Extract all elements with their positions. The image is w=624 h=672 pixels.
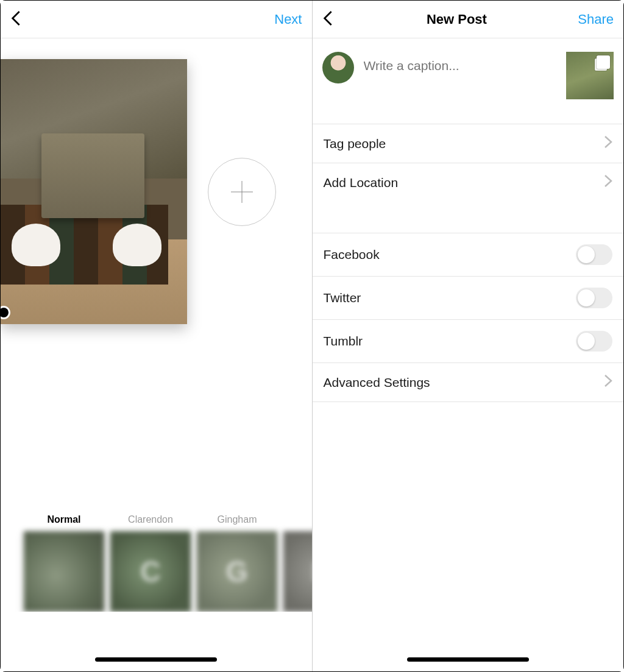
next-button[interactable]: Next bbox=[274, 12, 302, 27]
chevron-right-icon bbox=[604, 174, 612, 191]
row-label: Twitter bbox=[324, 291, 361, 305]
advanced-settings-row[interactable]: Advanced Settings bbox=[313, 363, 624, 402]
home-indicator bbox=[95, 657, 217, 662]
filter-clarendon[interactable]: Clarendon C bbox=[110, 514, 191, 612]
tag-people-row[interactable]: Tag people bbox=[313, 124, 624, 163]
share-button[interactable]: Share bbox=[578, 12, 614, 27]
add-photo-button[interactable] bbox=[208, 158, 276, 226]
filter-thumb: M bbox=[283, 531, 312, 612]
filter-partial[interactable]: M M bbox=[283, 514, 312, 612]
filter-thumb bbox=[24, 531, 104, 612]
multi-photo-icon bbox=[597, 55, 610, 69]
filter-thumb: C bbox=[110, 531, 191, 612]
caption-input[interactable] bbox=[364, 52, 557, 73]
row-label: Facebook bbox=[324, 247, 380, 262]
right-navbar: New Post Share bbox=[313, 1, 624, 38]
filter-gingham[interactable]: Gingham G bbox=[197, 514, 277, 612]
share-twitter-row[interactable]: Twitter bbox=[313, 277, 624, 320]
row-label: Advanced Settings bbox=[324, 375, 430, 390]
filter-thumb: G bbox=[197, 531, 277, 612]
chevron-right-icon bbox=[604, 135, 612, 152]
left-navbar: Next bbox=[1, 1, 312, 38]
row-label: Tag people bbox=[324, 136, 386, 151]
toggle-twitter[interactable] bbox=[576, 288, 612, 308]
row-label: Tumblr bbox=[324, 334, 363, 348]
post-thumbnail[interactable] bbox=[566, 52, 614, 99]
share-facebook-row[interactable]: Facebook bbox=[313, 233, 624, 277]
back-button[interactable] bbox=[322, 10, 336, 29]
plus-icon bbox=[227, 177, 257, 207]
chevron-right-icon bbox=[604, 374, 612, 391]
selected-photo[interactable] bbox=[1, 59, 187, 324]
share-tumblr-row[interactable]: Tumblr bbox=[313, 320, 624, 363]
toggle-tumblr[interactable] bbox=[576, 331, 612, 352]
filter-strip[interactable]: Normal Clarendon C Gingham G M M bbox=[1, 514, 312, 612]
filter-normal[interactable]: Normal bbox=[24, 514, 104, 612]
page-title: New Post bbox=[427, 12, 487, 27]
back-button[interactable] bbox=[10, 10, 24, 29]
new-post-screen: New Post Share Tag people Add Location F… bbox=[313, 1, 624, 671]
photo-carousel bbox=[1, 38, 312, 324]
home-indicator bbox=[407, 657, 529, 662]
caption-row bbox=[313, 38, 624, 124]
filter-screen: Next Normal bbox=[1, 1, 313, 671]
add-location-row[interactable]: Add Location bbox=[313, 163, 624, 202]
avatar bbox=[322, 52, 354, 83]
row-label: Add Location bbox=[324, 175, 399, 190]
toggle-facebook[interactable] bbox=[576, 244, 612, 265]
